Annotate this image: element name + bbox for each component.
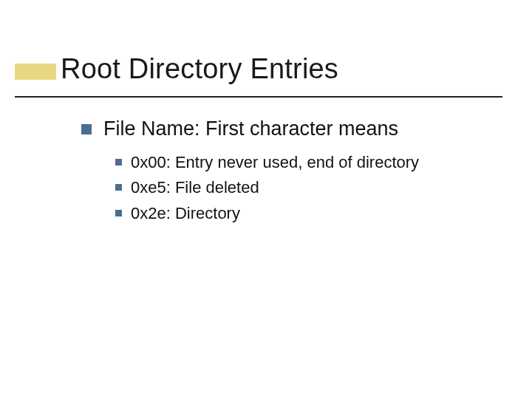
list-item: File Name: First character means [81,117,495,142]
title-divider [15,96,502,98]
square-bullet-icon [115,210,122,216]
list-item-text: 0x00: Entry never used, end of directory [131,152,419,174]
list-item: 0x2e: Directory [115,203,495,225]
slide-body: File Name: First character means 0x00: E… [81,117,495,229]
square-bullet-icon [115,159,122,166]
list-item-text: 0xe5: File deleted [131,177,259,199]
square-bullet-icon [115,184,122,191]
list-item-text: File Name: First character means [103,117,398,142]
slide-title: Root Directory Entries [61,53,338,85]
slide: Root Directory Entries File Name: First … [0,0,532,399]
title-accent-block [15,64,56,80]
list-item: 0x00: Entry never used, end of directory [115,152,495,174]
square-bullet-icon [81,124,92,134]
list-item: 0xe5: File deleted [115,177,495,199]
list-item-text: 0x2e: Directory [131,203,240,225]
